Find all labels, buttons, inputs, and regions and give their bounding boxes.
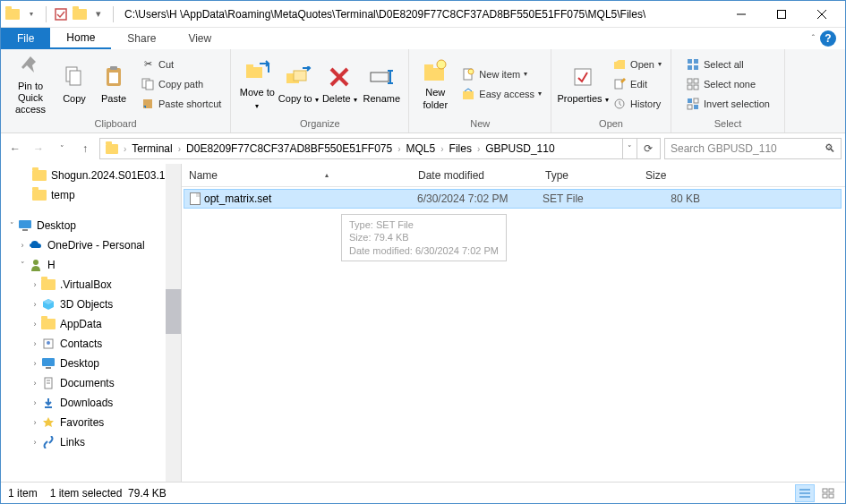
tree-item-favorites[interactable]: ›Favorites [1, 413, 181, 432]
history-icon [612, 97, 627, 111]
tree-item-documents[interactable]: ›Documents [1, 373, 181, 393]
tree-item-links[interactable]: ›Links [1, 432, 181, 452]
qat-dropdown-icon[interactable]: ▾ [23, 6, 39, 22]
tree-label: H [47, 259, 56, 271]
move-to-button[interactable]: Move to ▾ [236, 52, 278, 116]
invert-selection-icon [686, 97, 700, 111]
address-bar[interactable]: › Terminal › D0E8209F77C8CF37AD8BF550E51… [99, 138, 661, 159]
tree-item-temp[interactable]: temp [1, 185, 181, 205]
recent-locations-button[interactable]: ˅ [51, 138, 73, 159]
cut-button[interactable]: ✂Cut [137, 55, 225, 74]
copy-to-icon [284, 63, 312, 91]
view-tab[interactable]: View [172, 28, 227, 49]
edit-label: Edit [630, 79, 647, 90]
breadcrumb-root-icon[interactable] [102, 144, 122, 154]
overflow-icon[interactable]: ▾ [90, 6, 107, 22]
svg-rect-41 [688, 98, 692, 103]
crumb-mql5[interactable]: MQL5 [403, 142, 440, 155]
minimize-button[interactable] [721, 2, 761, 27]
up-button[interactable]: ↑ [74, 138, 96, 159]
back-button[interactable]: ← [4, 138, 26, 159]
chevron-right-icon[interactable]: › [176, 144, 183, 154]
crumb-gbpusd[interactable]: GBPUSD_110 [482, 142, 558, 155]
properties-button[interactable]: Properties ▾ [557, 52, 609, 116]
new-folder-button[interactable]: New folder [414, 52, 456, 116]
copy-to-button[interactable]: Copy to ▾ [278, 52, 319, 116]
thumbnails-view-button[interactable] [818, 484, 838, 502]
tree-item-desktop[interactable]: ›Desktop [1, 354, 181, 373]
svg-rect-60 [829, 489, 833, 492]
tree-item-user-h[interactable]: ˅H [1, 255, 181, 275]
svg-rect-2 [777, 10, 785, 18]
status-size: 79.4 KB [128, 487, 167, 500]
file-row[interactable]: opt_matrix.set 6/30/2024 7:02 PM SET Fil… [184, 189, 842, 209]
refresh-button[interactable]: ⟳ [637, 139, 658, 158]
column-date[interactable]: Date modified [411, 164, 538, 186]
scrollbar-thumb[interactable] [166, 289, 181, 334]
column-size[interactable]: Size [638, 164, 712, 186]
new-folder-label: New folder [414, 87, 456, 110]
paste-icon [99, 63, 128, 91]
open-button[interactable]: Open ▾ [609, 55, 665, 74]
tree-item-shogun[interactable]: Shogun.2024.S01E03.108 [1, 166, 181, 185]
paste-button[interactable]: Paste [94, 52, 133, 116]
column-type[interactable]: Type [538, 164, 638, 186]
select-all-button[interactable]: Select all [682, 55, 773, 74]
new-item-button[interactable]: New item ▾ [457, 64, 545, 84]
pin-to-quick-access-button[interactable]: Pin to Quick access [6, 52, 55, 116]
rename-button[interactable]: Rename [360, 52, 403, 116]
column-name[interactable]: Name▴ [182, 164, 411, 186]
status-selected: 1 item selected [50, 487, 123, 500]
svg-rect-0 [56, 9, 66, 20]
crumb-files[interactable]: Files [446, 142, 475, 155]
chevron-right-icon[interactable]: › [122, 144, 128, 154]
search-input[interactable]: Search GBPUSD_110 🔍︎ [664, 138, 842, 159]
desktop-icon [40, 355, 56, 372]
chevron-right-icon[interactable]: › [439, 144, 445, 154]
help-button[interactable]: ? [820, 30, 836, 47]
chevron-right-icon[interactable]: › [396, 144, 402, 154]
invert-selection-button[interactable]: Invert selection [682, 94, 773, 114]
crumb-terminal[interactable]: Terminal [128, 142, 175, 155]
status-item-count: 1 item [8, 487, 38, 500]
svg-point-27 [468, 69, 474, 74]
home-tab[interactable]: Home [50, 28, 111, 49]
edit-icon [612, 77, 627, 91]
tree-item-onedrive[interactable]: ›OneDrive - Personal [1, 235, 181, 255]
chevron-right-icon[interactable]: › [475, 144, 482, 154]
forward-button[interactable]: → [28, 138, 49, 159]
select-none-button[interactable]: Select none [682, 74, 773, 94]
address-dropdown-icon[interactable]: ˅ [622, 139, 637, 158]
column-name-label: Name [189, 169, 218, 182]
crumb-hash[interactable]: D0E8209F77C8CF37AD8BF550E51FF075 [183, 142, 396, 155]
copy-button[interactable]: Copy [55, 52, 94, 116]
tooltip-size: Size: 79.4 KB [349, 231, 499, 243]
properties-icon[interactable] [53, 6, 69, 22]
ribbon-collapse-icon[interactable]: ˆ [812, 34, 815, 44]
easy-access-button[interactable]: Easy access ▾ [457, 84, 545, 104]
tree-item-appdata[interactable]: ›AppData [1, 314, 181, 334]
cut-label: Cut [158, 59, 174, 70]
tree-item-3d-objects[interactable]: ›3D Objects [1, 295, 181, 314]
maximize-button[interactable] [761, 2, 801, 27]
tree-item-downloads[interactable]: ›Downloads [1, 393, 181, 413]
delete-button[interactable]: Delete ▾ [319, 52, 360, 116]
svg-rect-51 [46, 367, 51, 369]
copy-path-button[interactable]: Copy path [137, 74, 225, 94]
select-none-icon [686, 77, 700, 91]
paste-shortcut-button[interactable]: Paste shortcut [137, 94, 225, 114]
tree-item-desktop-root[interactable]: ˅Desktop [1, 216, 181, 235]
history-button[interactable]: History [609, 94, 665, 114]
tree-item-contacts[interactable]: ›Contacts [1, 334, 181, 354]
details-view-button[interactable] [795, 484, 815, 502]
close-button[interactable] [801, 2, 842, 27]
share-tab[interactable]: Share [111, 28, 172, 49]
file-tab[interactable]: File [1, 28, 50, 49]
folder-icon-2 [72, 6, 88, 22]
tree-item-virtualbox[interactable]: ›.VirtualBox [1, 275, 181, 295]
search-icon[interactable]: 🔍︎ [825, 142, 835, 155]
edit-button[interactable]: Edit [609, 74, 665, 94]
svg-rect-23 [424, 68, 444, 81]
svg-point-49 [47, 341, 50, 345]
svg-rect-44 [694, 105, 698, 109]
